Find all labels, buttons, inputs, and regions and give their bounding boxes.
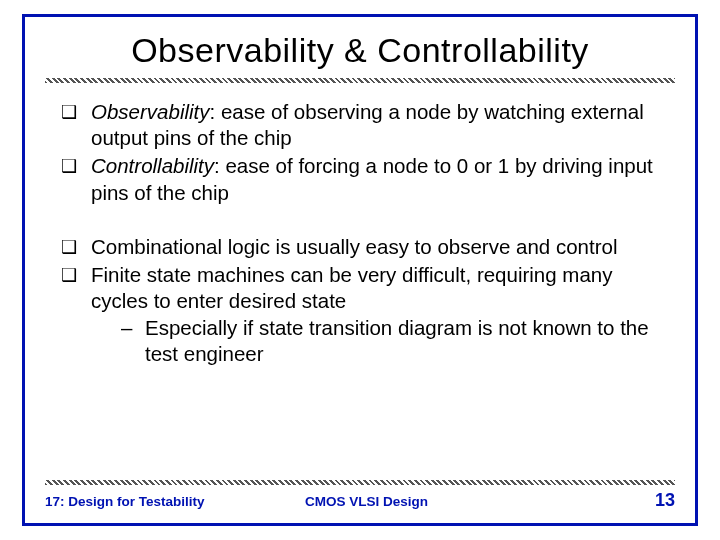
bullet-item: ❑ Controllability: ease of forcing a nod… xyxy=(61,153,659,205)
term: Observability xyxy=(91,100,210,123)
bullet-text: Finite state machines can be very diffic… xyxy=(91,262,659,367)
page-number: 13 xyxy=(615,490,675,511)
slide-frame: Observability & Controllability ❑ Observ… xyxy=(22,14,698,526)
bullet-item: ❑ Finite state machines can be very diff… xyxy=(61,262,659,367)
footer-divider xyxy=(45,480,675,485)
bullet-text: Controllability: ease of forcing a node … xyxy=(91,153,659,205)
term: Controllability xyxy=(91,154,214,177)
footer: 17: Design for Testability CMOS VLSI Des… xyxy=(45,480,675,511)
bullet-group-1: ❑ Observability: ease of observing a nod… xyxy=(61,99,659,206)
sub-bullet-item: – Especially if state transition diagram… xyxy=(91,315,659,367)
bullet-square-icon: ❑ xyxy=(61,153,91,205)
bullet-item: ❑ Combinational logic is usually easy to… xyxy=(61,234,659,260)
bullet-main: Finite state machines can be very diffic… xyxy=(91,263,612,312)
slide-content: ❑ Observability: ease of observing a nod… xyxy=(25,83,695,367)
footer-left: 17: Design for Testability xyxy=(45,494,305,509)
bullet-square-icon: ❑ xyxy=(61,234,91,260)
bullet-group-2: ❑ Combinational logic is usually easy to… xyxy=(61,234,659,367)
slide-title: Observability & Controllability xyxy=(25,31,695,70)
bullet-item: ❑ Observability: ease of observing a nod… xyxy=(61,99,659,151)
footer-row: 17: Design for Testability CMOS VLSI Des… xyxy=(45,490,675,511)
bullet-square-icon: ❑ xyxy=(61,262,91,367)
bullet-square-icon: ❑ xyxy=(61,99,91,151)
footer-center: CMOS VLSI Design xyxy=(305,494,615,509)
bullet-text: Combinational logic is usually easy to o… xyxy=(91,234,659,260)
sub-bullet-text: Especially if state transition diagram i… xyxy=(145,315,659,367)
dash-icon: – xyxy=(121,315,145,367)
bullet-text: Observability: ease of observing a node … xyxy=(91,99,659,151)
